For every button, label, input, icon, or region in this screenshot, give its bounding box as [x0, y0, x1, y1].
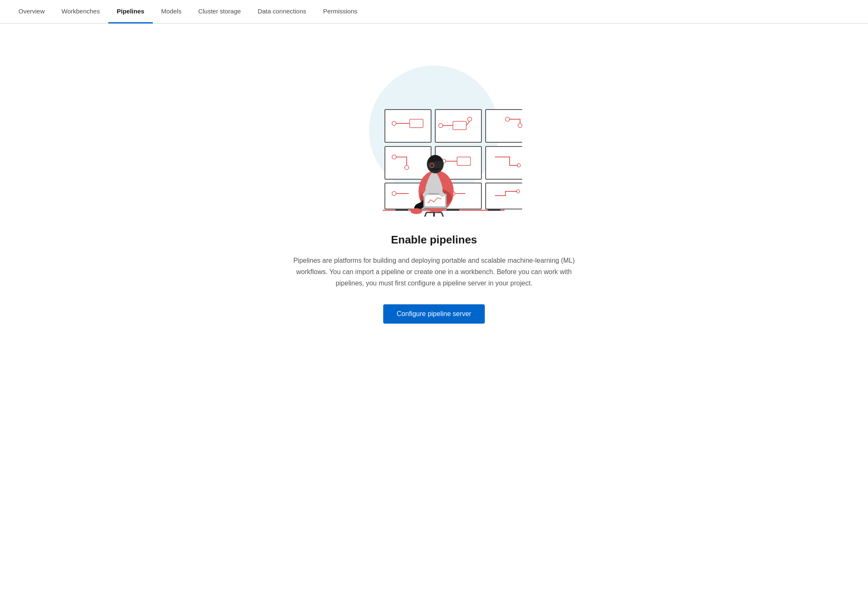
tab-permissions[interactable]: Permissions [315, 0, 366, 24]
text-section: Enable pipelines Pipelines are platforms… [283, 233, 585, 324]
page-title: Enable pipelines [283, 233, 585, 246]
svg-line-35 [442, 212, 444, 217]
pipelines-illustration [346, 49, 522, 217]
svg-rect-11 [435, 110, 481, 142]
tab-data-connections[interactable]: Data connections [249, 0, 315, 24]
page-description: Pipelines are platforms for building and… [283, 255, 585, 289]
tab-workbenches[interactable]: Workbenches [53, 0, 108, 24]
configure-pipeline-server-button[interactable]: Configure pipeline server [383, 304, 485, 324]
svg-rect-15 [486, 110, 522, 142]
svg-line-34 [424, 212, 426, 217]
svg-point-39 [410, 208, 422, 214]
svg-rect-24 [486, 146, 522, 179]
tab-overview[interactable]: Overview [10, 0, 53, 24]
svg-rect-18 [385, 146, 431, 179]
main-content: Enable pipelines Pipelines are platforms… [0, 24, 868, 357]
navigation-tabs: OverviewWorkbenchesPipelinesModelsCluste… [0, 0, 868, 24]
svg-rect-8 [385, 110, 431, 142]
tab-pipelines[interactable]: Pipelines [108, 0, 153, 24]
tab-cluster-storage[interactable]: Cluster storage [190, 0, 249, 24]
tab-models[interactable]: Models [153, 0, 190, 24]
